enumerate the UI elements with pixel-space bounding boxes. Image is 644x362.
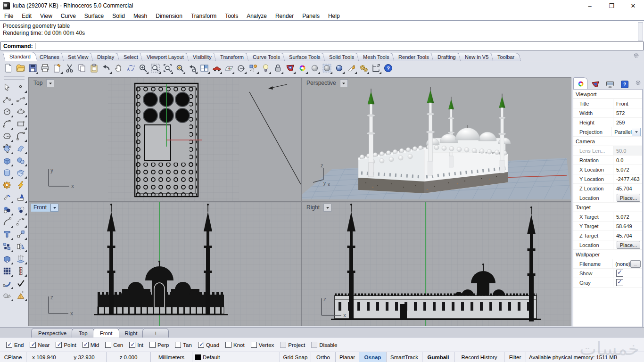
tab-drafting[interactable]: Drafting bbox=[431, 53, 462, 61]
copy-array-icon[interactable] bbox=[0, 240, 14, 253]
mirror-icon[interactable] bbox=[14, 240, 27, 253]
quad-checkbox[interactable] bbox=[198, 342, 204, 348]
viewport-top[interactable]: y x Top bbox=[29, 78, 301, 201]
osnap-knot[interactable]: Knot bbox=[225, 342, 245, 348]
menu-render[interactable]: Render bbox=[271, 13, 298, 19]
end-checkbox[interactable] bbox=[6, 342, 12, 348]
print-icon[interactable] bbox=[39, 62, 51, 74]
osnap-perp[interactable]: Perp bbox=[149, 342, 169, 348]
zoom-selected-icon[interactable] bbox=[173, 62, 186, 74]
prop-value[interactable]: 58.649 bbox=[613, 222, 642, 230]
array-grid-icon[interactable] bbox=[0, 265, 14, 277]
place-target-button[interactable]: Place... bbox=[617, 241, 640, 249]
osnap-disable[interactable]: Disable bbox=[311, 342, 337, 348]
panel-gear-icon[interactable] bbox=[635, 79, 641, 88]
near-checkbox[interactable] bbox=[30, 342, 36, 348]
viewport-tab-right[interactable]: Right bbox=[117, 328, 144, 337]
prop-value[interactable]: 572 bbox=[613, 108, 642, 117]
selection-filter-icon[interactable] bbox=[247, 62, 259, 74]
perp-checkbox[interactable] bbox=[149, 342, 156, 348]
box-icon[interactable] bbox=[0, 155, 14, 167]
zoom-extents-icon[interactable] bbox=[161, 62, 173, 74]
viewport-title-perspective[interactable]: Perspective bbox=[304, 79, 348, 87]
viewport-tab-perspective[interactable]: Perspective bbox=[31, 328, 74, 337]
rendered-viewport-icon[interactable] bbox=[333, 62, 345, 74]
osnap-quad[interactable]: Quad bbox=[198, 342, 219, 348]
add-viewport-tab[interactable]: + bbox=[142, 328, 169, 337]
command-history[interactable]: Processing geometry table Rendering time… bbox=[0, 20, 644, 41]
prop-value[interactable]: -2477.463 bbox=[613, 174, 642, 183]
sidebar-grip[interactable] bbox=[4, 76, 25, 80]
surface-control-points-icon[interactable] bbox=[0, 142, 14, 155]
menu-curve[interactable]: Curve bbox=[57, 13, 80, 19]
zoom-window-icon[interactable] bbox=[149, 62, 161, 74]
puzzle-icon[interactable] bbox=[0, 179, 14, 191]
tab-toolbar[interactable]: Toolbar bbox=[491, 53, 521, 61]
osnap-cen[interactable]: Cen bbox=[105, 342, 123, 348]
cen-checkbox[interactable] bbox=[105, 342, 111, 348]
tab-visibility[interactable]: Visibility bbox=[186, 53, 218, 61]
tab-render-tools[interactable]: Render Tools bbox=[392, 53, 436, 61]
control-point-curve-icon[interactable] bbox=[0, 93, 14, 106]
cplane-icon[interactable] bbox=[223, 62, 235, 74]
array-linear-icon[interactable] bbox=[14, 265, 27, 277]
chevron-down-icon[interactable] bbox=[50, 204, 58, 212]
osnap-point[interactable]: Point bbox=[56, 342, 76, 348]
disable-checkbox[interactable] bbox=[311, 342, 317, 348]
chevron-down-icon[interactable] bbox=[340, 79, 348, 87]
tab-transform[interactable]: Transform bbox=[214, 53, 250, 61]
project-checkbox[interactable] bbox=[280, 342, 286, 348]
rotate-view-icon[interactable] bbox=[124, 62, 137, 74]
help-icon[interactable]: ? bbox=[382, 62, 394, 74]
viewport-front[interactable]: z x Front bbox=[29, 202, 301, 326]
viewport-right[interactable]: z x Right bbox=[302, 202, 571, 326]
lamp-icon[interactable] bbox=[259, 62, 272, 74]
place-camera-button[interactable]: Place... bbox=[617, 194, 640, 202]
smarttrack-toggle[interactable]: SmartTrack bbox=[387, 352, 422, 362]
chevron-down-icon[interactable] bbox=[323, 204, 331, 212]
prop-value[interactable]: 45.704 bbox=[613, 231, 642, 240]
prop-value[interactable]: 0.0 bbox=[613, 156, 642, 165]
copy-icon[interactable] bbox=[75, 62, 88, 74]
show-checkbox[interactable] bbox=[616, 270, 623, 277]
cplane-cell[interactable]: CPlane bbox=[0, 352, 26, 362]
arc-icon[interactable] bbox=[0, 118, 14, 130]
gray-spheres-icon[interactable] bbox=[0, 289, 14, 302]
command-input[interactable]: Command: bbox=[0, 41, 644, 50]
trim-icon[interactable] bbox=[0, 191, 14, 204]
dotted-arc-icon[interactable] bbox=[14, 216, 27, 228]
cut-icon[interactable] bbox=[63, 62, 75, 74]
open-file-icon[interactable] bbox=[14, 62, 26, 74]
fillet-icon[interactable] bbox=[14, 130, 27, 142]
undo-icon[interactable] bbox=[100, 62, 112, 74]
menu-mesh[interactable]: Mesh bbox=[129, 13, 151, 19]
menu-edit[interactable]: Edit bbox=[17, 13, 36, 19]
circle-tool-icon[interactable] bbox=[235, 62, 247, 74]
tab-cplanes[interactable]: CPlanes bbox=[33, 53, 66, 61]
check-icon[interactable] bbox=[14, 277, 27, 289]
units-cell[interactable]: Millimeters bbox=[151, 352, 192, 362]
sphere-icon[interactable] bbox=[14, 155, 27, 167]
viewport-title-right[interactable]: Right bbox=[304, 204, 331, 212]
chevron-down-icon[interactable] bbox=[632, 128, 641, 136]
viewport-title-front[interactable]: Front bbox=[31, 204, 58, 212]
display-tab[interactable] bbox=[603, 78, 617, 90]
annotate-icon[interactable] bbox=[51, 62, 63, 74]
gear-icon[interactable] bbox=[633, 52, 639, 60]
menu-solid[interactable]: Solid bbox=[108, 13, 129, 19]
scale-icon[interactable] bbox=[14, 228, 27, 240]
pyramid-icon[interactable] bbox=[14, 289, 27, 302]
chevron-down-icon[interactable] bbox=[46, 79, 54, 87]
layers-tab[interactable] bbox=[588, 78, 603, 90]
tab-viewport-layout[interactable]: Viewport Layout bbox=[140, 53, 190, 61]
menu-view[interactable]: View bbox=[36, 13, 57, 19]
viewport-tab-top[interactable]: Top bbox=[72, 328, 95, 337]
hidden-circles-icon[interactable] bbox=[14, 204, 27, 216]
tab-mesh-tools[interactable]: Mesh Tools bbox=[356, 53, 396, 61]
save-icon[interactable] bbox=[26, 62, 39, 74]
osnap-project[interactable]: Project bbox=[280, 342, 305, 348]
text-icon[interactable] bbox=[0, 228, 14, 240]
viewport-title-top[interactable]: Top bbox=[31, 79, 54, 87]
osnap-mid[interactable]: Mid bbox=[83, 342, 99, 348]
tab-standard[interactable]: Standard bbox=[3, 52, 37, 61]
